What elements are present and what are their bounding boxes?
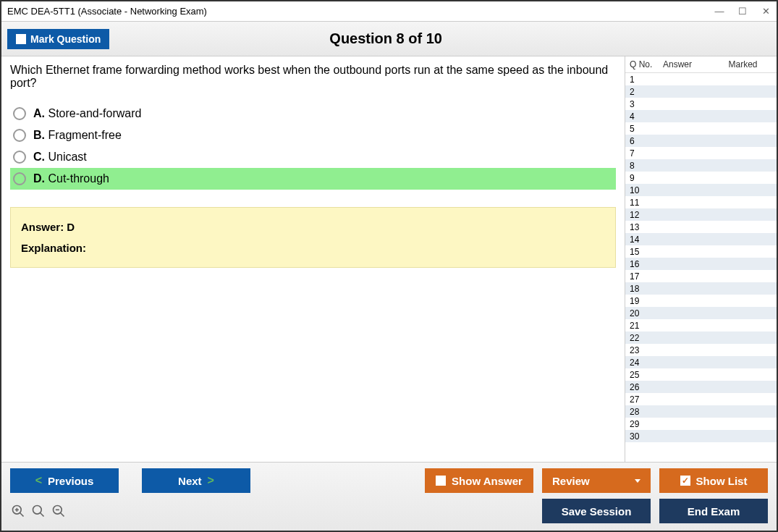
radio-icon[interactable]: [13, 129, 26, 142]
question-number: 2: [630, 87, 663, 97]
question-list-row[interactable]: 14: [625, 233, 777, 245]
chevron-down-icon: [635, 479, 640, 483]
question-number: 3: [630, 99, 663, 109]
header-bar: Mark Question Question 8 of 10: [1, 22, 777, 56]
question-number: 15: [630, 247, 663, 257]
question-list-row[interactable]: 6: [625, 135, 777, 147]
question-list-row[interactable]: 21: [625, 319, 777, 332]
svg-point-4: [33, 506, 42, 515]
question-list-row[interactable]: 18: [625, 282, 777, 295]
save-session-button[interactable]: Save Session: [542, 499, 651, 523]
previous-button[interactable]: < Previous: [10, 468, 119, 493]
mark-question-button[interactable]: Mark Question: [7, 29, 109, 49]
question-number: 6: [630, 136, 663, 146]
question-number: 25: [630, 370, 663, 380]
question-list-row[interactable]: 7: [625, 147, 777, 159]
show-list-button[interactable]: Show List: [659, 468, 768, 493]
question-list-rows[interactable]: 1234567891011121314151617181920212223242…: [625, 73, 777, 462]
checkbox-checked-icon: [680, 476, 690, 486]
question-list-row[interactable]: 25: [625, 368, 777, 381]
question-number: 10: [630, 185, 663, 195]
question-number: 20: [630, 308, 663, 318]
question-list-row[interactable]: 19: [625, 295, 777, 307]
option-row[interactable]: D. Cut-through: [10, 168, 616, 190]
answer-box: Answer: D Explanation:: [10, 207, 616, 268]
maximize-icon[interactable]: ☐: [737, 6, 748, 17]
question-list-row[interactable]: 27: [625, 393, 777, 405]
checkbox-icon: [436, 476, 446, 486]
show-answer-label: Show Answer: [452, 475, 523, 487]
question-list-row[interactable]: 29: [625, 418, 777, 430]
previous-label: Previous: [48, 475, 93, 487]
question-number: 22: [630, 333, 663, 343]
review-button[interactable]: Review: [542, 468, 651, 493]
zoom-reset-icon[interactable]: [10, 503, 26, 519]
col-header-marked: Marked: [714, 59, 772, 69]
titlebar: EMC DEA-5TT1 (Associate - Networking Exa…: [1, 1, 777, 22]
footer: < Previous Next > Show Answer Review Sho…: [1, 462, 777, 531]
zoom-out-icon[interactable]: [51, 503, 67, 519]
next-button[interactable]: Next >: [142, 468, 250, 493]
question-list-row[interactable]: 17: [625, 270, 777, 282]
radio-icon[interactable]: [13, 151, 26, 164]
question-list-row[interactable]: 8: [625, 159, 777, 172]
question-list-row[interactable]: 16: [625, 258, 777, 270]
question-number: 29: [630, 419, 663, 429]
option-row[interactable]: B. Fragment-free: [10, 124, 616, 146]
question-list-row[interactable]: 1: [625, 73, 777, 85]
question-list-row[interactable]: 3: [625, 98, 777, 110]
close-icon[interactable]: ✕: [761, 6, 771, 17]
radio-icon[interactable]: [13, 172, 26, 185]
chevron-left-icon: <: [35, 474, 42, 487]
question-list-row[interactable]: 23: [625, 344, 777, 356]
show-list-label: Show List: [696, 475, 748, 487]
question-list-row[interactable]: 11: [625, 196, 777, 208]
answer-line: Answer: D: [21, 221, 605, 233]
question-number: 8: [630, 161, 663, 171]
col-header-qno: Q No.: [630, 59, 663, 69]
question-list-row[interactable]: 26: [625, 381, 777, 393]
show-answer-button[interactable]: Show Answer: [425, 468, 533, 493]
question-list-row[interactable]: 10: [625, 184, 777, 196]
review-label: Review: [552, 475, 590, 487]
end-exam-button[interactable]: End Exam: [659, 499, 768, 523]
window-controls: — ☐ ✕: [714, 6, 771, 17]
footer-row-1: < Previous Next > Show Answer Review Sho…: [10, 468, 768, 493]
footer-row-2: Save Session End Exam: [10, 499, 768, 523]
question-number: 9: [630, 173, 663, 183]
svg-line-7: [61, 513, 64, 517]
question-list-row[interactable]: 12: [625, 208, 777, 221]
question-list-row[interactable]: 22: [625, 332, 777, 344]
question-list-row[interactable]: 2: [625, 85, 777, 98]
question-list-row[interactable]: 9: [625, 172, 777, 184]
radio-icon[interactable]: [13, 107, 26, 120]
option-row[interactable]: A. Store-and-forward: [10, 103, 616, 124]
question-pane: Which Ethernet frame forwarding method w…: [1, 56, 625, 462]
chevron-right-icon: >: [208, 474, 214, 487]
options-list: A. Store-and-forwardB. Fragment-freeC. U…: [10, 103, 616, 190]
col-header-answer: Answer: [663, 59, 714, 69]
question-number: 30: [630, 431, 663, 442]
question-list-row[interactable]: 5: [625, 122, 777, 135]
question-list-row[interactable]: 24: [625, 356, 777, 368]
zoom-in-icon[interactable]: [30, 503, 46, 519]
question-number: 14: [630, 235, 663, 245]
question-number: 27: [630, 394, 663, 405]
question-number: 26: [630, 382, 663, 392]
question-number: 11: [630, 198, 663, 208]
question-list-row[interactable]: 30: [625, 430, 777, 442]
app-window: EMC DEA-5TT1 (Associate - Networking Exa…: [0, 0, 778, 532]
checkbox-icon: [16, 34, 26, 44]
question-list-row[interactable]: 20: [625, 307, 777, 319]
question-list-row[interactable]: 13: [625, 221, 777, 233]
question-number: 16: [630, 259, 663, 269]
question-number: 23: [630, 345, 663, 355]
option-row[interactable]: C. Unicast: [10, 146, 616, 168]
next-label: Next: [178, 475, 202, 487]
minimize-icon[interactable]: —: [714, 6, 724, 17]
question-number: 24: [630, 358, 663, 368]
question-list-row[interactable]: 15: [625, 245, 777, 258]
question-list-row[interactable]: 28: [625, 405, 777, 418]
question-list-row[interactable]: 4: [625, 110, 777, 122]
window-title: EMC DEA-5TT1 (Associate - Networking Exa…: [7, 6, 714, 17]
